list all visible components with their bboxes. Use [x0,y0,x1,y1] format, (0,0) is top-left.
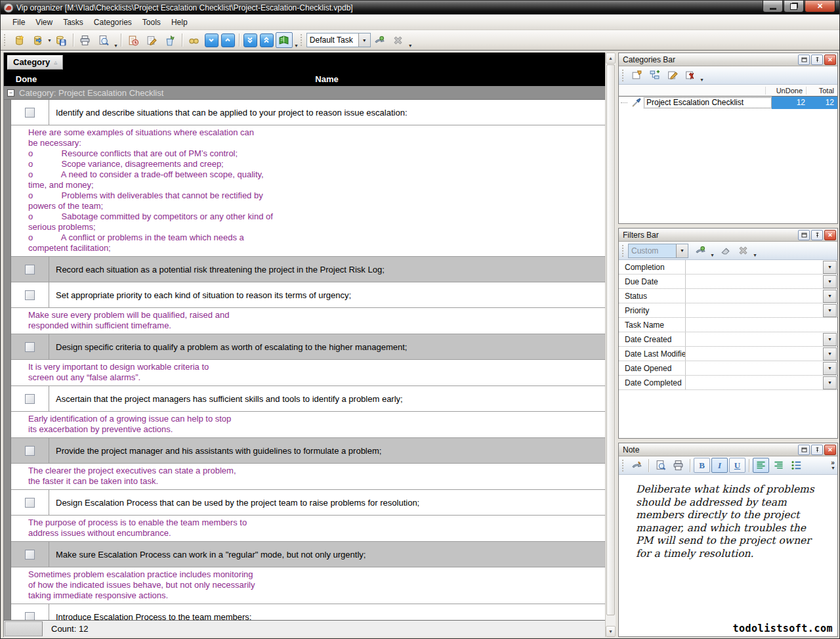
filter-value[interactable] [685,303,823,317]
save-note-icon[interactable] [629,458,645,473]
task-checkbox[interactable] [25,394,35,404]
align-right-button[interactable] [770,458,787,473]
filter-dropdown-button[interactable]: ▼ [823,362,837,375]
filter-value[interactable] [685,376,823,389]
filter-value[interactable] [685,275,823,288]
bullet-list-button[interactable] [788,458,805,473]
move-to-top-icon[interactable] [260,33,274,47]
filter-value[interactable] [685,332,823,346]
column-header-done[interactable]: Done [4,74,49,84]
filter-value[interactable] [685,289,823,303]
clear-filter-icon[interactable] [717,243,734,258]
filter-dropdown-button[interactable]: ▼ [823,275,837,288]
default-task-dropdown-icon[interactable]: ▼ [358,33,370,47]
sort-category-button[interactable]: Category ▵ [7,55,63,70]
delete-category-icon[interactable] [682,68,698,83]
categories-minimize-button[interactable] [798,55,810,65]
task-checkbox[interactable] [25,612,35,621]
filter-dropdown-button[interactable]: ▼ [823,304,837,317]
scrollbar-track[interactable] [606,64,616,625]
menu-categories[interactable]: Categories [89,16,137,28]
column-header-name[interactable]: Name [49,74,605,84]
delete-filter-icon[interactable] [735,243,751,258]
group-row[interactable]: − Category: Project Escalation Checklist [4,86,605,100]
category-item[interactable]: Project Escalation Checklist 12 12 [619,97,837,109]
vertical-scrollbar[interactable]: ▲ ▼ [605,53,616,637]
move-to-bottom-icon[interactable] [243,33,257,47]
task-checkbox[interactable] [25,265,35,275]
notes-dropdown-icon[interactable]: ▼ [294,43,299,48]
task-checkbox[interactable] [25,498,35,508]
filter-value[interactable] [685,361,823,375]
bold-button[interactable]: B [694,458,710,473]
new-subcategory-icon[interactable] [646,68,663,83]
note-editor[interactable]: Deliberate what kinds of problems should… [619,475,837,636]
task-checkbox[interactable] [25,446,35,456]
menu-tools[interactable]: Tools [137,16,166,28]
close-button[interactable]: ✕ [805,1,835,12]
note-toolbar-overflow-icon[interactable]: ▼ [831,466,835,471]
print-icon[interactable] [77,32,94,48]
apply-template-icon[interactable] [371,32,388,48]
save-database-icon[interactable] [52,32,70,48]
filter-dropdown-button[interactable]: ▼ [823,333,837,346]
task-checkbox[interactable] [25,108,35,118]
menu-view[interactable]: View [30,16,58,28]
scroll-up-button[interactable]: ▲ [606,53,616,64]
restore-button[interactable] [784,1,804,12]
move-up-icon[interactable] [221,33,235,47]
collapse-group-icon[interactable]: − [7,89,14,97]
print-preview-icon[interactable] [95,32,112,48]
minimize-button[interactable] [763,1,783,12]
new-database-icon[interactable] [10,32,28,48]
note-pin-button[interactable] [811,445,823,455]
note-toolbar-more-icon[interactable]: » [831,460,835,466]
open-database-icon[interactable] [29,32,46,48]
save-filter-icon[interactable] [692,243,709,258]
filter-preset-dropdown-icon[interactable]: ▼ [676,244,688,257]
task-row[interactable]: Introduce Escalation Process to the team… [11,604,605,620]
print-dropdown-icon[interactable]: ▼ [114,43,118,48]
task-checkbox[interactable] [25,550,35,560]
scrollbar-thumb[interactable] [606,64,615,615]
task-row[interactable]: Identify and describe situations that ca… [11,100,605,125]
underline-button[interactable]: U [729,458,746,473]
task-row[interactable]: Make sure Escalation Process can work in… [11,542,605,567]
task-row[interactable]: Record each situation as a potential ris… [11,257,605,282]
delete-task-icon[interactable] [161,32,178,48]
toggle-notes-icon[interactable] [276,32,293,48]
task-row[interactable]: Provide the project manager and his assi… [11,438,605,464]
open-database-dropdown-icon[interactable]: ▼ [47,38,52,43]
task-row[interactable]: Design Escalation Process that can be us… [11,490,605,516]
task-row[interactable]: Set appropriate priority to each kind of… [11,282,605,308]
task-row[interactable]: Ascertain that the project managers has … [11,386,605,412]
filters-toolbar-overflow-icon[interactable]: ▼ [753,253,757,257]
default-task-combobox[interactable]: Default Task ▼ [306,33,371,47]
move-down-icon[interactable] [205,33,219,47]
new-category-icon[interactable] [629,68,645,83]
filter-preset-combobox[interactable]: Custom ▼ [628,244,688,258]
save-filter-dropdown-icon[interactable]: ▼ [710,253,715,257]
filters-pin-button[interactable] [811,230,823,240]
task-row[interactable]: Design specific criteria to qualify a pr… [11,334,605,360]
filters-minimize-button[interactable] [798,230,810,240]
italic-button[interactable]: I [711,458,728,473]
filter-value[interactable] [685,260,823,274]
menu-file[interactable]: File [7,16,30,28]
categories-pin-button[interactable] [811,55,823,65]
filters-close-button[interactable]: ✕ [824,230,836,240]
filter-value[interactable] [685,318,837,332]
filter-value[interactable] [685,347,823,361]
toolbar-overflow-icon[interactable]: ▼ [408,43,413,48]
menu-help[interactable]: Help [166,16,193,28]
note-minimize-button[interactable] [798,445,810,455]
edit-task-icon[interactable] [143,32,160,48]
align-left-button[interactable] [753,458,769,473]
category-name[interactable]: Project Escalation Checklist [644,97,772,108]
edit-category-icon[interactable] [664,68,681,83]
note-close-button[interactable]: ✕ [824,445,836,455]
categories-close-button[interactable]: ✕ [824,55,836,65]
filter-dropdown-button[interactable]: ▼ [823,376,837,389]
filter-dropdown-button[interactable]: ▼ [823,347,837,361]
categories-toolbar-overflow-icon[interactable]: ▼ [700,77,704,82]
